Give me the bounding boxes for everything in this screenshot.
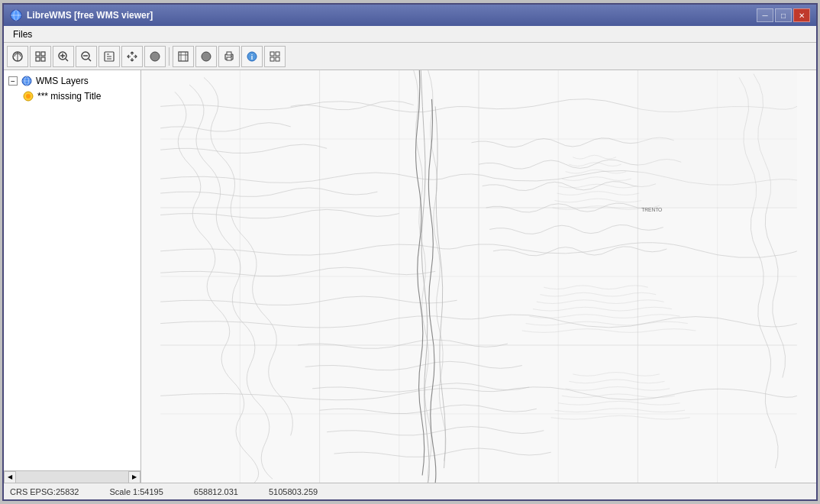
- zoom-in-icon: [57, 50, 69, 63]
- print-button[interactable]: [218, 46, 240, 67]
- info-button[interactable]: [98, 46, 120, 67]
- info-icon: [103, 50, 115, 63]
- svg-rect-34: [270, 57, 274, 61]
- status-y: 5105803.259: [269, 487, 318, 496]
- app-window: LibreWMS [free WMS viewer] ─ □ ✕ Files: [2, 3, 818, 501]
- status-crs: CRS EPSG:25832: [10, 487, 79, 496]
- toolbar-separator-1: [169, 47, 169, 66]
- title-bar-left: LibreWMS [free WMS viewer]: [10, 9, 153, 21]
- title-bar: LibreWMS [free WMS viewer] ─ □ ✕: [4, 5, 816, 26]
- tree-child-label: *** missing Title: [37, 91, 101, 102]
- print-icon: [223, 50, 235, 63]
- minimize-button[interactable]: ─: [757, 8, 773, 22]
- grid-icon: [34, 50, 47, 63]
- scroll-track[interactable]: [16, 471, 128, 483]
- extent-button[interactable]: [173, 46, 194, 67]
- main-area: − WMS Layers: [4, 70, 816, 483]
- zoom-out-button[interactable]: [76, 46, 97, 67]
- maximize-button[interactable]: □: [775, 8, 792, 22]
- left-scrollbar: ◀ ▶: [4, 470, 140, 483]
- export-button[interactable]: [264, 46, 286, 67]
- layer-tree: − WMS Layers: [4, 70, 140, 470]
- status-bar: CRS EPSG:25832 Scale 1:54195 658812.031 …: [4, 483, 816, 499]
- circle-button[interactable]: [144, 46, 166, 67]
- info2-icon: i: [246, 50, 258, 63]
- extent-icon: [177, 50, 189, 63]
- zoom-out-icon: [80, 50, 92, 63]
- title-text: LibreWMS [free WMS viewer]: [27, 10, 153, 21]
- home-button[interactable]: [7, 46, 28, 67]
- svg-point-40: [26, 94, 31, 99]
- svg-rect-28: [227, 57, 231, 60]
- tree-expand-icon[interactable]: −: [8, 76, 18, 86]
- pan-icon: [126, 50, 138, 63]
- menu-files[interactable]: Files: [7, 27, 38, 41]
- status-scale: Scale 1:54195: [110, 487, 163, 496]
- svg-point-20: [150, 52, 160, 61]
- svg-rect-27: [227, 52, 231, 55]
- svg-line-10: [66, 59, 68, 61]
- stop-button[interactable]: [195, 46, 217, 67]
- menu-bar: Files: [4, 26, 816, 43]
- svg-rect-8: [41, 57, 45, 61]
- tree-root-item[interactable]: − WMS Layers: [7, 73, 137, 89]
- left-panel: − WMS Layers: [4, 70, 141, 483]
- info2-button[interactable]: i: [241, 46, 263, 67]
- svg-text:i: i: [251, 53, 253, 61]
- svg-rect-33: [276, 52, 279, 56]
- svg-rect-60: [638, 70, 796, 208]
- svg-line-14: [89, 59, 91, 61]
- status-x: 658812.031: [194, 487, 238, 496]
- svg-rect-6: [41, 52, 45, 56]
- zoom-in-button[interactable]: [53, 46, 74, 67]
- tree-root-label: WMS Layers: [36, 76, 89, 86]
- grid-button[interactable]: [30, 46, 51, 67]
- home-icon: [11, 50, 24, 63]
- scroll-right-arrow[interactable]: ▶: [128, 471, 140, 483]
- close-button[interactable]: ✕: [793, 8, 810, 22]
- topo-map: TRENTO: [141, 70, 816, 483]
- tree-child-item[interactable]: *** missing Title: [7, 89, 137, 104]
- circle-icon: [149, 50, 161, 63]
- svg-rect-32: [270, 52, 274, 56]
- pan-button[interactable]: [121, 46, 143, 67]
- layer-icon: [22, 90, 34, 102]
- stop-icon: [200, 50, 212, 63]
- export-icon: [269, 50, 281, 63]
- svg-rect-7: [36, 57, 40, 61]
- svg-rect-35: [276, 57, 279, 61]
- svg-rect-5: [36, 52, 40, 56]
- wms-globe-icon: [21, 75, 33, 87]
- svg-rect-21: [179, 52, 188, 61]
- map-area[interactable]: TRENTO: [141, 70, 816, 483]
- scroll-left-arrow[interactable]: ◀: [4, 471, 16, 483]
- window-controls: ─ □ ✕: [757, 8, 810, 22]
- toolbar: i: [4, 43, 816, 70]
- app-icon: [10, 9, 22, 21]
- svg-point-29: [231, 55, 232, 57]
- svg-point-25: [202, 52, 211, 61]
